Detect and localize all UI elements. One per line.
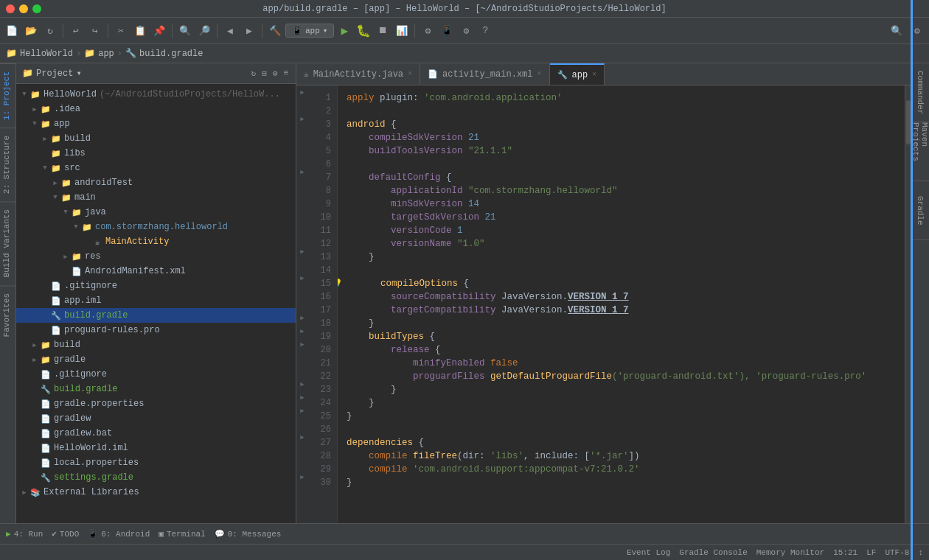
undo-btn[interactable]: ↩: [67, 22, 85, 40]
tree-item[interactable]: ▼📁com.stormzhang.helloworld: [16, 220, 296, 234]
cut-btn[interactable]: ✂: [112, 22, 130, 40]
fold-arrow[interactable]: ▶: [296, 337, 308, 351]
profile-btn[interactable]: 📊: [393, 22, 411, 40]
tree-item[interactable]: 🔧build.gradle: [16, 308, 296, 323]
help-btn[interactable]: ?: [476, 22, 494, 40]
tab-close-btn[interactable]: ×: [537, 70, 541, 78]
indent-btn[interactable]: ↕: [918, 548, 923, 557]
breadcrumb-buildgradle[interactable]: 🔧 build.gradle: [125, 48, 203, 59]
tree-item[interactable]: 📄.gitignore: [16, 279, 296, 293]
fold-arrow[interactable]: ▶: [296, 391, 308, 404]
tree-item[interactable]: ▼📁main: [16, 190, 296, 205]
fold-arrow[interactable]: ▶: [296, 404, 308, 417]
tree-item[interactable]: 🔧build.gradle: [16, 382, 296, 396]
tree-item[interactable]: ▼📁java: [16, 205, 296, 220]
breadcrumb-helloworld[interactable]: 📁 HelloWorld: [6, 48, 73, 59]
tree-item[interactable]: 📄gradlew: [16, 411, 296, 426]
tree-item[interactable]: 📄app.iml: [16, 293, 296, 308]
tree-item[interactable]: 📄.gitignore: [16, 367, 296, 382]
tree-item[interactable]: 📄proguard-rules.pro: [16, 323, 296, 337]
right-panel-maven[interactable]: Maven Projects: [911, 122, 929, 181]
find-btn[interactable]: 🔍: [176, 22, 194, 40]
tree-item[interactable]: 📄gradlew.bat: [16, 426, 296, 441]
fold-arrow[interactable]: ▶: [296, 311, 308, 324]
fold-arrow[interactable]: ▶: [296, 430, 308, 444]
forward-btn[interactable]: ▶: [240, 22, 258, 40]
minimize-button[interactable]: [19, 4, 28, 13]
project-actions-btn[interactable]: ≡: [282, 67, 290, 80]
open-btn[interactable]: 📂: [22, 22, 40, 40]
run-button[interactable]: ▶: [335, 22, 353, 40]
fold-arrow[interactable]: ▶: [296, 324, 308, 337]
copy-btn[interactable]: 📋: [131, 22, 149, 40]
app-selector[interactable]: 📱 app ▾: [285, 24, 334, 38]
sidebar-item-structure[interactable]: 2: Structure: [0, 127, 15, 201]
terminal-tool-btn[interactable]: ▣ Terminal: [159, 529, 205, 539]
gradle-console-btn[interactable]: Gradle Console: [679, 548, 747, 557]
scrollbar[interactable]: [905, 85, 911, 523]
line-separator-btn[interactable]: LF: [866, 548, 876, 557]
breadcrumb-app[interactable]: 📁 app: [84, 48, 114, 59]
paste-btn[interactable]: 📌: [150, 22, 168, 40]
sidebar-item-build-variants[interactable]: Build Variants: [0, 201, 15, 284]
sync-project-btn[interactable]: ↻: [250, 67, 258, 80]
debug-button[interactable]: 🐛: [355, 22, 372, 40]
sync-btn[interactable]: ↻: [41, 22, 59, 40]
tree-item[interactable]: ▼📁app: [16, 116, 296, 131]
sidebar-item-favorites[interactable]: Favorites: [0, 285, 15, 344]
right-panel-commander[interactable]: Commander: [911, 63, 929, 122]
fold-arrow[interactable]: ▶: [296, 470, 308, 483]
fold-arrow[interactable]: ▶: [296, 112, 308, 125]
maximize-button[interactable]: [32, 4, 41, 13]
tree-item[interactable]: ▶📁androidTest: [16, 175, 296, 190]
tree-item[interactable]: 📁libs: [16, 146, 296, 161]
fold-arrow[interactable]: ▶: [296, 245, 308, 258]
encoding-btn[interactable]: UTF-8: [885, 548, 909, 557]
editor-tab-MainActivity-java[interactable]: ☕MainActivity.java×: [296, 63, 420, 85]
run-tool-btn[interactable]: ▶ 4: Run: [6, 529, 43, 539]
tree-item[interactable]: 📄gradle.properties: [16, 396, 296, 411]
tree-item[interactable]: 📄AndroidManifest.xml: [16, 264, 296, 279]
fold-arrow[interactable]: ▶: [296, 377, 308, 391]
project-selector-chevron[interactable]: ▾: [76, 68, 81, 79]
messages-tool-btn[interactable]: 💬 0: Messages: [215, 529, 282, 539]
stop-btn[interactable]: ⏹: [374, 22, 392, 40]
tree-item[interactable]: ▶📚External Libraries: [16, 485, 296, 500]
tab-close-btn[interactable]: ×: [408, 70, 412, 78]
redo-btn[interactable]: ↪: [86, 22, 104, 40]
tree-item[interactable]: ▶📁build: [16, 337, 296, 352]
tree-item[interactable]: 🔧settings.gradle: [16, 470, 296, 485]
find2-btn[interactable]: 🔎: [195, 22, 213, 40]
fold-arrow[interactable]: ▶: [296, 271, 308, 284]
memory-monitor-btn[interactable]: Memory Monitor: [756, 548, 824, 557]
tree-item[interactable]: ▶📁.idea: [16, 102, 296, 116]
android-tool-btn[interactable]: 📱 6: Android: [88, 529, 150, 539]
event-log-btn[interactable]: Event Log: [627, 548, 670, 557]
build-btn[interactable]: 🔨: [266, 22, 284, 40]
tree-item[interactable]: ▶📁build: [16, 131, 296, 146]
editor-tab-app[interactable]: 🔧app×: [550, 63, 605, 85]
search-everywhere-btn[interactable]: 🔍: [888, 22, 905, 40]
tree-item[interactable]: ☕MainActivity: [16, 234, 296, 249]
settings-btn[interactable]: ⚙: [457, 22, 475, 40]
tree-item[interactable]: 📄HelloWorld.iml: [16, 441, 296, 455]
right-panel-gradle[interactable]: Gradle: [911, 181, 929, 240]
tree-item[interactable]: ▶📁res: [16, 249, 296, 264]
collapse-all-btn[interactable]: ⊟: [260, 67, 268, 80]
code-area[interactable]: apply plugin: 'com.android.application'a…: [338, 85, 905, 523]
project-settings-btn[interactable]: ⚙: [271, 67, 279, 80]
tree-item[interactable]: ▼📁HelloWorld(~/AndroidStudioProjects/Hel…: [16, 87, 296, 102]
tab-close-btn[interactable]: ×: [592, 71, 596, 79]
tree-item[interactable]: 📄local.properties: [16, 455, 296, 470]
new-file-btn[interactable]: 📄: [3, 22, 21, 40]
close-button[interactable]: [6, 4, 15, 13]
window-controls[interactable]: [6, 4, 41, 13]
fold-arrow[interactable]: ▶: [296, 165, 308, 178]
avd-btn[interactable]: 📱: [438, 22, 456, 40]
sidebar-item-project[interactable]: 1: Project: [0, 63, 15, 127]
tree-item[interactable]: ▼📁src: [16, 161, 296, 175]
sdk-btn[interactable]: ⚙: [419, 22, 436, 40]
editor-tab-activity-main-xml[interactable]: 📄activity_main.xml×: [420, 63, 549, 85]
fold-arrow[interactable]: ▶: [296, 85, 308, 99]
todo-tool-btn[interactable]: ✔ TODO: [52, 529, 79, 539]
